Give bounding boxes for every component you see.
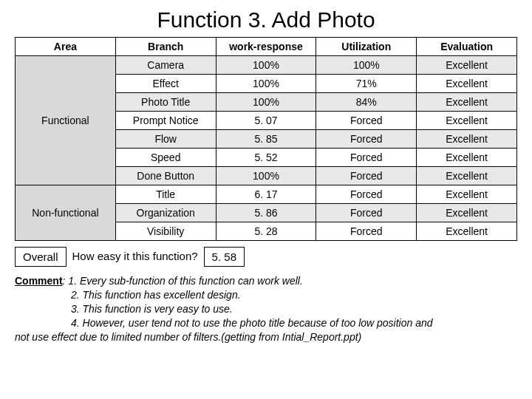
cell-utilization: Forced bbox=[316, 204, 417, 222]
col-utilization: Utilization bbox=[316, 38, 417, 56]
cell-evaluation: Excellent bbox=[417, 75, 517, 93]
cell-evaluation: Excellent bbox=[417, 222, 517, 241]
overall-value: 5. 58 bbox=[204, 247, 245, 267]
cell-work_response: 5. 85 bbox=[216, 130, 316, 149]
cell-work_response: 5. 28 bbox=[216, 222, 316, 241]
cell-utilization: 84% bbox=[316, 93, 417, 112]
cell-branch: Photo Title bbox=[115, 93, 216, 112]
cell-branch: Speed bbox=[115, 149, 216, 167]
cell-work_response: 100% bbox=[216, 56, 316, 75]
cell-branch: Effect bbox=[115, 75, 216, 93]
overall-row: Overall How easy it this function? 5. 58 bbox=[15, 247, 517, 267]
cell-branch: Done Button bbox=[115, 167, 216, 185]
overall-label: Overall bbox=[15, 247, 66, 267]
cell-work_response: 5. 86 bbox=[216, 204, 316, 222]
table-row: Non-functionalTitle6. 17ForcedExcellent bbox=[16, 185, 517, 204]
evaluation-table: Area Branch work-response Utilization Ev… bbox=[15, 37, 517, 241]
table-row: FunctionalCamera100%100%Excellent bbox=[16, 56, 517, 75]
comment-line-4a: 4. However, user tend not to use the pho… bbox=[15, 316, 517, 330]
comment-line-1: 1. Every sub-function of this function c… bbox=[68, 275, 302, 287]
cell-evaluation: Excellent bbox=[417, 167, 517, 185]
cell-branch: Camera bbox=[115, 56, 216, 75]
cell-branch: Visibility bbox=[115, 222, 216, 241]
cell-evaluation: Excellent bbox=[417, 93, 517, 112]
cell-utilization: 100% bbox=[316, 56, 417, 75]
cell-utilization: Forced bbox=[316, 130, 417, 149]
comment-line-4b: not use effect due to limited number of … bbox=[15, 330, 517, 344]
col-evaluation: Evaluation bbox=[417, 38, 517, 56]
cell-evaluation: Excellent bbox=[417, 204, 517, 222]
comment-line-2: 2. This function has excellent design. bbox=[15, 288, 517, 302]
cell-branch: Organization bbox=[115, 204, 216, 222]
col-branch: Branch bbox=[115, 38, 216, 56]
cell-work_response: 100% bbox=[216, 93, 316, 112]
col-area: Area bbox=[16, 38, 116, 56]
cell-branch: Flow bbox=[115, 130, 216, 149]
cell-evaluation: Excellent bbox=[417, 130, 517, 149]
cell-utilization: Forced bbox=[316, 167, 417, 185]
comment-label: Comment bbox=[15, 275, 63, 287]
cell-utilization: Forced bbox=[316, 185, 417, 204]
comment-line-3: 3. This function is very easy to use. bbox=[15, 302, 517, 316]
col-work-response: work-response bbox=[216, 38, 316, 56]
cell-work_response: 100% bbox=[216, 75, 316, 93]
cell-branch: Prompt Notice bbox=[115, 112, 216, 130]
cell-evaluation: Excellent bbox=[417, 56, 517, 75]
cell-evaluation: Excellent bbox=[417, 149, 517, 167]
cell-work_response: 100% bbox=[216, 167, 316, 185]
cell-utilization: Forced bbox=[316, 112, 417, 130]
cell-utilization: Forced bbox=[316, 149, 417, 167]
cell-work_response: 5. 52 bbox=[216, 149, 316, 167]
header-row: Area Branch work-response Utilization Ev… bbox=[16, 38, 517, 56]
page-title: Function 3. Add Photo bbox=[15, 7, 517, 33]
cell-utilization: 71% bbox=[316, 75, 417, 93]
cell-evaluation: Excellent bbox=[417, 185, 517, 204]
area-cell: Functional bbox=[16, 56, 116, 185]
cell-work_response: 5. 07 bbox=[216, 112, 316, 130]
cell-evaluation: Excellent bbox=[417, 112, 517, 130]
cell-utilization: Forced bbox=[316, 222, 417, 241]
overall-question: How easy it this function? bbox=[66, 247, 204, 267]
comment-block: Comment: 1. Every sub-function of this f… bbox=[15, 274, 517, 344]
area-cell: Non-functional bbox=[16, 185, 116, 241]
cell-work_response: 6. 17 bbox=[216, 185, 316, 204]
cell-branch: Title bbox=[115, 185, 216, 204]
